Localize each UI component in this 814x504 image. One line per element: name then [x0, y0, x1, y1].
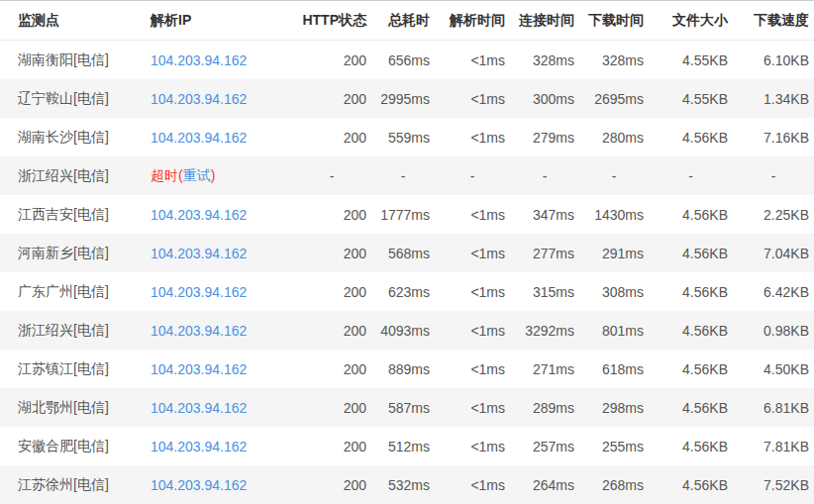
column-header-connect-time: 连接时间 [510, 1, 579, 41]
ip-link[interactable]: 104.203.94.162 [151, 323, 247, 339]
connect-time-cell: 3292ms [510, 311, 579, 350]
total-time-cell: 889ms [371, 350, 435, 388]
resolved-ip-cell: 104.203.94.162 [134, 427, 292, 465]
file-size-cell: 4.55KB [649, 41, 733, 80]
download-time-cell: 801ms [579, 311, 649, 350]
monitor-node-cell: 浙江绍兴[电信] [0, 156, 134, 195]
column-header-monitor-node: 监测点 [0, 1, 134, 41]
http-status-cell: 200 [292, 350, 371, 388]
total-time-cell: 587ms [371, 388, 435, 427]
download-speed-cell: 4.50KB [733, 350, 814, 388]
ip-link[interactable]: 104.203.94.162 [151, 246, 247, 261]
connect-time-cell: 279ms [510, 118, 579, 156]
monitor-node-cell: 辽宁鞍山[电信] [0, 79, 134, 118]
monitor-node-cell: 浙江绍兴[电信] [0, 311, 134, 350]
connect-time-cell: 264ms [510, 465, 579, 504]
timeout-label: 超时( [151, 167, 183, 183]
table-row: 辽宁鞍山[电信]104.203.94.1622002995ms<1ms300ms… [0, 79, 814, 118]
table-body: 湖南衡阳[电信]104.203.94.162200656ms<1ms328ms3… [0, 41, 814, 504]
table-row: 河南新乡[电信]104.203.94.162200568ms<1ms277ms2… [0, 234, 814, 272]
download-speed-cell: - [733, 156, 814, 195]
connect-time-cell: 277ms [510, 234, 579, 272]
file-size-cell: 4.56KB [649, 311, 733, 350]
dns-time-cell: <1ms [435, 195, 510, 234]
http-status-cell: 200 [292, 118, 371, 156]
retry-link[interactable]: 重试 [183, 167, 211, 183]
file-size-cell: 4.56KB [649, 272, 733, 311]
column-header-download-time: 下载时间 [579, 1, 649, 41]
dns-time-cell: <1ms [435, 272, 510, 311]
total-time-cell: - [371, 156, 435, 195]
ip-link[interactable]: 104.203.94.162 [151, 284, 247, 300]
resolved-ip-cell: 104.203.94.162 [134, 41, 292, 80]
column-header-file-size: 文件大小 [649, 1, 733, 41]
http-status-cell: 200 [292, 272, 371, 311]
table-header-row: 监测点 解析IP HTTP状态 总耗时 解析时间 连接时间 下载时间 文件大小 … [0, 1, 814, 41]
resolved-ip-cell: 104.203.94.162 [134, 195, 292, 234]
speedtest-results-panel: 监测点 解析IP HTTP状态 总耗时 解析时间 连接时间 下载时间 文件大小 … [0, 0, 814, 504]
download-time-cell: 1430ms [579, 195, 649, 234]
resolved-ip-cell: 104.203.94.162 [134, 79, 292, 118]
dns-time-cell: <1ms [435, 79, 510, 118]
connect-time-cell: 271ms [510, 350, 579, 388]
table-row: 湖南长沙[电信]104.203.94.162200559ms<1ms279ms2… [0, 118, 814, 156]
ip-link[interactable]: 104.203.94.162 [151, 400, 247, 416]
download-time-cell: 280ms [579, 118, 649, 156]
column-header-resolved-ip: 解析IP [134, 1, 292, 41]
download-time-cell: 328ms [579, 41, 649, 80]
table-row: 浙江绍兴[电信]超时(重试)------- [0, 156, 814, 195]
download-speed-cell: 7.81KB [733, 427, 814, 465]
download-speed-cell: 7.52KB [733, 465, 814, 504]
monitor-node-cell: 湖南长沙[电信] [0, 118, 134, 156]
dns-time-cell: <1ms [435, 465, 510, 504]
column-header-dns-time: 解析时间 [435, 1, 510, 41]
dns-time-cell: <1ms [435, 118, 510, 156]
dns-time-cell: <1ms [435, 311, 510, 350]
total-time-cell: 2995ms [371, 79, 435, 118]
download-speed-cell: 7.04KB [733, 234, 814, 272]
file-size-cell: 4.56KB [649, 427, 733, 465]
ip-link[interactable]: 104.203.94.162 [151, 52, 247, 68]
connect-time-cell: 328ms [510, 41, 579, 80]
monitor-node-cell: 河南新乡[电信] [0, 234, 134, 272]
connect-time-cell: 315ms [510, 272, 579, 311]
download-time-cell: 268ms [579, 465, 649, 504]
resolved-ip-cell: 104.203.94.162 [134, 272, 292, 311]
http-status-cell: 200 [292, 79, 371, 118]
dns-time-cell: <1ms [435, 234, 510, 272]
ip-link[interactable]: 104.203.94.162 [151, 207, 247, 223]
resolved-ip-cell: 104.203.94.162 [134, 234, 292, 272]
dns-time-cell: <1ms [435, 41, 510, 80]
http-status-cell: 200 [292, 311, 371, 350]
ip-link[interactable]: 104.203.94.162 [151, 477, 247, 493]
monitor-node-cell: 江苏徐州[电信] [0, 465, 134, 504]
table-row: 江西吉安[电信]104.203.94.1622001777ms<1ms347ms… [0, 195, 814, 234]
download-speed-cell: 2.25KB [733, 195, 814, 234]
table-row: 江苏徐州[电信]104.203.94.162200532ms<1ms264ms2… [0, 465, 814, 504]
ip-link[interactable]: 104.203.94.162 [151, 91, 247, 107]
monitor-node-cell: 湖南衡阳[电信] [0, 41, 134, 80]
http-status-cell: 200 [292, 41, 371, 80]
file-size-cell: 4.56KB [649, 195, 733, 234]
file-size-cell: - [649, 156, 733, 195]
ip-link[interactable]: 104.203.94.162 [151, 361, 247, 377]
monitor-node-cell: 江西吉安[电信] [0, 195, 134, 234]
download-time-cell: - [579, 156, 649, 195]
resolved-ip-cell: 104.203.94.162 [134, 465, 292, 504]
table-row: 安徽合肥[电信]104.203.94.162200512ms<1ms257ms2… [0, 427, 814, 465]
download-time-cell: 618ms [579, 350, 649, 388]
http-status-cell: 200 [292, 465, 371, 504]
resolved-ip-cell: 104.203.94.162 [134, 311, 292, 350]
total-time-cell: 656ms [371, 41, 435, 80]
download-speed-cell: 0.98KB [733, 311, 814, 350]
ip-link[interactable]: 104.203.94.162 [151, 439, 247, 454]
ip-link[interactable]: 104.203.94.162 [151, 130, 247, 146]
dns-time-cell: <1ms [435, 350, 510, 388]
download-speed-cell: 6.81KB [733, 388, 814, 427]
total-time-cell: 623ms [371, 272, 435, 311]
connect-time-cell: 300ms [510, 79, 579, 118]
total-time-cell: 568ms [371, 234, 435, 272]
table-row: 广东广州[电信]104.203.94.162200623ms<1ms315ms3… [0, 272, 814, 311]
http-status-cell: 200 [292, 195, 371, 234]
timeout-paren: ) [211, 167, 216, 183]
